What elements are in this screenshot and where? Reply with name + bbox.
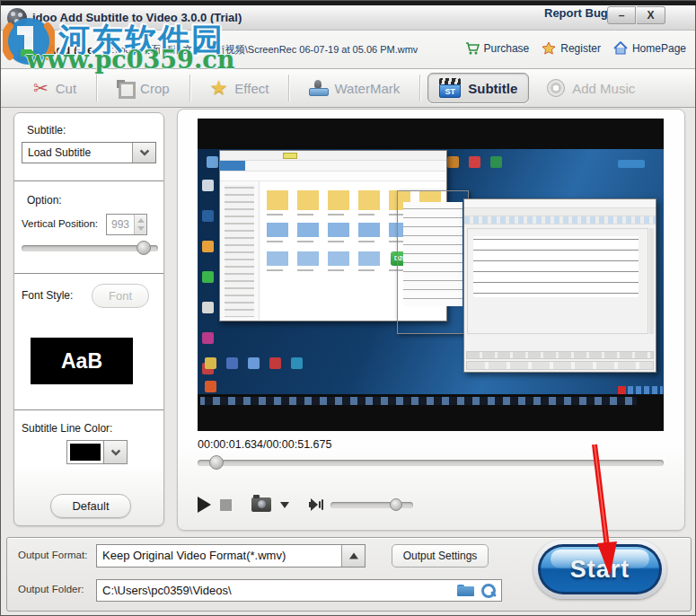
seek-thumb[interactable] bbox=[209, 455, 224, 470]
video-desktop-icon bbox=[490, 156, 502, 168]
slider-thumb[interactable] bbox=[137, 241, 151, 255]
play-button[interactable] bbox=[198, 497, 211, 513]
dropdown-arrow-icon[interactable] bbox=[341, 545, 365, 567]
register-button[interactable]: Register bbox=[542, 41, 601, 56]
player-controls bbox=[198, 491, 413, 518]
video-frame: D2N N2D bbox=[198, 119, 664, 431]
video-desktop-icon bbox=[202, 241, 214, 252]
video-desktop-icon bbox=[269, 357, 281, 369]
minimize-button[interactable]: – bbox=[607, 6, 636, 24]
stepper-arrows-icon[interactable] bbox=[134, 215, 146, 234]
video-desktop-icon bbox=[202, 302, 214, 313]
output-folder-field[interactable]: C:\Users\pc0359\Videos\ bbox=[96, 579, 502, 602]
font-preview-box: AaB bbox=[31, 338, 133, 384]
divider bbox=[14, 409, 163, 410]
vertical-position-slider[interactable] bbox=[22, 245, 158, 251]
vertical-position-label: Vertical Position: bbox=[22, 218, 98, 229]
option-section-label: Option: bbox=[27, 194, 62, 207]
tab-crop[interactable]: Crop bbox=[104, 76, 182, 100]
stamp-icon bbox=[309, 80, 327, 96]
video-desktop-icon bbox=[469, 156, 480, 168]
star-icon bbox=[542, 41, 556, 56]
video-desktop-icon bbox=[202, 332, 214, 344]
video-desktop-icon bbox=[202, 271, 214, 283]
home-icon bbox=[613, 41, 628, 56]
folder-browse-icon[interactable] bbox=[457, 585, 474, 596]
scissors-icon: ✂ bbox=[33, 79, 48, 97]
output-format-label: Output Format: bbox=[18, 550, 87, 560]
volume-icon[interactable] bbox=[309, 498, 322, 511]
video-desktop-icon bbox=[205, 357, 216, 369]
video-desktop-icon bbox=[291, 357, 303, 369]
edit-toolbar: ✂ Cut Crop ★ Effect WaterMark ST Subtitl… bbox=[1, 69, 695, 108]
toolbar-separator bbox=[419, 75, 420, 101]
output-folder-label: Output Folder: bbox=[18, 584, 84, 594]
window-title: idoo Add Subtitle to Video 3.0.0 (Trial) bbox=[32, 11, 242, 24]
app-icon bbox=[7, 8, 27, 28]
subtitle-section-label: Subtitle: bbox=[27, 124, 66, 136]
clapperboard-icon: ST bbox=[439, 78, 461, 98]
crop-icon bbox=[117, 80, 133, 96]
video-desktop-icon bbox=[207, 156, 218, 168]
chevron-down-icon[interactable] bbox=[132, 143, 155, 163]
video-background-window bbox=[397, 190, 469, 334]
video-taskbar bbox=[198, 394, 664, 408]
tab-effect[interactable]: ★ Effect bbox=[198, 75, 282, 101]
subtitle-settings-panel: Subtitle: Load Subtitle Option: Vertical… bbox=[13, 112, 164, 526]
divider bbox=[14, 180, 163, 181]
report-bugs-link[interactable]: Report Bugs bbox=[544, 6, 614, 20]
music-disc-icon bbox=[547, 79, 565, 97]
toolbar-separator bbox=[288, 75, 289, 101]
tab-subtitle[interactable]: ST Subtitle bbox=[427, 73, 529, 103]
start-button[interactable]: Start bbox=[533, 540, 666, 599]
video-desktop-icon bbox=[226, 357, 238, 369]
video-desktop-icon bbox=[248, 357, 260, 369]
divider bbox=[14, 273, 163, 274]
cart-icon bbox=[465, 41, 480, 56]
video-desktop-icon bbox=[205, 381, 216, 392]
video-desktop-icon bbox=[202, 180, 214, 191]
snapshot-menu-caret-icon[interactable] bbox=[280, 502, 289, 508]
search-icon[interactable] bbox=[481, 584, 496, 598]
video-desktop-icon bbox=[618, 160, 645, 168]
toolbar-separator bbox=[189, 75, 190, 101]
stop-button[interactable] bbox=[220, 499, 232, 511]
output-format-dropdown[interactable]: Keep Original Video Format(*.wmv) bbox=[96, 544, 366, 568]
add-file-button[interactable]: Add File bbox=[48, 43, 93, 57]
video-letterbox bbox=[198, 408, 664, 431]
add-file-icon bbox=[15, 37, 40, 62]
tab-add-music[interactable]: Add Music bbox=[534, 75, 648, 101]
video-desktop-icon bbox=[447, 156, 459, 168]
font-button[interactable]: Font bbox=[92, 284, 149, 308]
video-preview-panel: D2N N2D 00:00:01.634/00:00:51.675 bbox=[177, 109, 685, 531]
tab-cut[interactable]: ✂ Cut bbox=[21, 75, 89, 101]
font-style-label: Font Style: bbox=[22, 289, 73, 302]
toolbar-separator bbox=[96, 75, 97, 101]
line-color-picker[interactable] bbox=[66, 440, 128, 464]
time-display: 00:00:01.634/00:00:51.675 bbox=[198, 438, 331, 451]
purchase-button[interactable]: Purchase bbox=[465, 41, 530, 56]
app-window: idoo Add Subtitle to Video 3.0.0 (Trial)… bbox=[0, 0, 696, 616]
volume-slider[interactable] bbox=[330, 502, 413, 508]
snapshot-camera-icon[interactable] bbox=[251, 497, 271, 512]
subtitle-line-color-label: Subtitle Line Color: bbox=[22, 422, 112, 435]
vertical-position-stepper[interactable]: 993 bbox=[106, 214, 147, 235]
video-desktop-icon bbox=[202, 210, 214, 222]
video-editor-window bbox=[463, 198, 656, 373]
close-button[interactable]: X bbox=[637, 6, 665, 24]
volume-thumb[interactable] bbox=[390, 498, 402, 511]
load-subtitle-dropdown[interactable]: Load Subtitle bbox=[22, 142, 156, 163]
loaded-file-path: D:\tools\桌面\新建文件夹\新视频\ScreenRec 06-07-19… bbox=[104, 43, 418, 57]
star-effect-icon: ★ bbox=[210, 78, 228, 98]
output-settings-button[interactable]: Output Settings bbox=[392, 544, 489, 568]
seek-bar[interactable] bbox=[198, 460, 664, 466]
chevron-down-icon[interactable] bbox=[104, 440, 128, 464]
color-swatch[interactable] bbox=[66, 440, 104, 464]
default-button[interactable]: Default bbox=[50, 494, 131, 518]
tab-watermark[interactable]: WaterMark bbox=[296, 76, 412, 100]
video-corner-badge bbox=[618, 386, 663, 394]
homepage-button[interactable]: HomePage bbox=[613, 41, 686, 56]
